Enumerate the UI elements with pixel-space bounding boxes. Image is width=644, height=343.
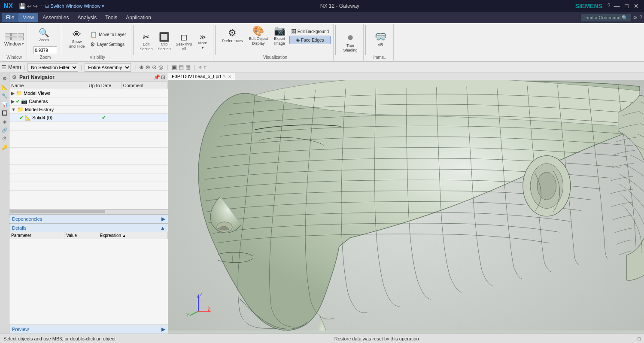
misc-icon-2[interactable]: ⌗ bbox=[204, 64, 207, 71]
part-nav-pin-icon[interactable]: 📌 bbox=[154, 74, 160, 80]
zoom-button[interactable]: 🔍 Zoom bbox=[33, 27, 54, 44]
more-button[interactable]: ≫ More ▾ bbox=[195, 33, 210, 52]
view-icon-3[interactable]: ⊙ bbox=[152, 64, 157, 70]
left-icon-3[interactable]: 📊 bbox=[1, 100, 9, 108]
tree-row-solid4[interactable]: ✔ 📐 Solid4 (0) ✔ bbox=[9, 114, 168, 122]
dependencies-expand-icon[interactable]: ▶ bbox=[161, 216, 165, 222]
move-to-layer-button[interactable]: 📋 Move to Layer bbox=[88, 30, 128, 39]
menu-file[interactable]: File bbox=[2, 13, 18, 22]
layer-settings-button[interactable]: ⚙ Layer Settings bbox=[88, 40, 128, 49]
zoom-value-input[interactable] bbox=[33, 46, 57, 54]
window-dropdown-btn[interactable]: Window ▾ bbox=[4, 41, 24, 46]
edit-section-button[interactable]: ✂ EditSection bbox=[138, 31, 155, 53]
save-icon[interactable]: 💾 bbox=[19, 3, 26, 9]
redo-icon[interactable]: ↪ bbox=[33, 3, 38, 9]
details-sort-icon[interactable]: ▲ bbox=[122, 234, 126, 238]
solid4-uptodate-check: ✔ bbox=[102, 115, 106, 121]
find-command-input[interactable]: Find a Command 🔍 bbox=[581, 14, 631, 21]
layout-icon-4[interactable] bbox=[5, 37, 11, 40]
expand-model-history[interactable]: ▼ bbox=[11, 107, 16, 112]
left-icon-6[interactable]: 🔗 bbox=[1, 126, 9, 134]
preview-expand-icon[interactable]: ▶ bbox=[161, 326, 165, 332]
switch-window-btn[interactable]: ⊞ Switch Window bbox=[45, 3, 82, 9]
status-icon[interactable]: □ bbox=[638, 336, 641, 341]
details-label: Details bbox=[12, 225, 27, 231]
ribbon-sep-3 bbox=[133, 25, 134, 55]
layout-icon-2[interactable] bbox=[11, 33, 17, 36]
viewport-tab-file[interactable]: F3P1D0V1head_x_t.prt ✎ ✕ bbox=[168, 73, 235, 80]
true-shading-button[interactable]: ● TrueShading bbox=[340, 30, 361, 54]
help-icon[interactable]: ? bbox=[608, 3, 611, 9]
tree-row-model-history[interactable]: ▼ 📁 Model History bbox=[9, 106, 168, 114]
toolbar-menu-label[interactable]: Menu bbox=[8, 64, 21, 70]
solid4-check: ✔ bbox=[19, 115, 23, 121]
settings-panel-icon[interactable]: ⚙ bbox=[12, 74, 17, 80]
view-icon-2[interactable]: ⊗ bbox=[146, 64, 150, 70]
menu-analysis[interactable]: Analysis bbox=[73, 13, 101, 22]
ribbon-sep-1 bbox=[29, 25, 29, 55]
layout-icon-1[interactable] bbox=[5, 33, 11, 36]
toolbar-menu-icon[interactable]: ☰ bbox=[2, 64, 6, 70]
edit-background-button[interactable]: 🖼 Edit Background bbox=[289, 27, 331, 35]
expand-model-views[interactable]: ▶ bbox=[11, 91, 15, 96]
vr-button[interactable]: 🥽 VR bbox=[370, 31, 391, 49]
menu-application[interactable]: Application bbox=[122, 13, 155, 22]
left-icon-2[interactable]: 🔧 bbox=[1, 92, 9, 100]
preview-header[interactable]: Preview ▶ bbox=[9, 325, 168, 334]
scope-select[interactable]: Entire Assembly bbox=[85, 63, 131, 72]
viewport-tab-close[interactable]: ✕ bbox=[228, 74, 231, 79]
settings-icon[interactable]: ⚙ bbox=[633, 15, 638, 21]
render-icon-2[interactable]: ▤ bbox=[179, 64, 184, 70]
section-group-label bbox=[138, 59, 211, 60]
expand-cameras[interactable]: ▶ bbox=[11, 99, 15, 104]
details-collapse-icon[interactable]: ▲ bbox=[160, 225, 165, 231]
preferences-label: Preferences bbox=[222, 39, 243, 43]
toolbar-sep-2: | bbox=[81, 64, 82, 70]
layout-icon-5[interactable] bbox=[11, 37, 17, 40]
clip-section-button[interactable]: 🔲 ClipSection bbox=[156, 31, 173, 53]
minimize-btn[interactable]: — bbox=[612, 3, 622, 9]
menu-assemblies[interactable]: Assemblies bbox=[38, 13, 73, 22]
true-shading-icon: ● bbox=[347, 31, 354, 42]
preferences-button[interactable]: ⚙ Preferences bbox=[220, 27, 245, 45]
left-icon-4[interactable]: 🔲 bbox=[1, 109, 9, 117]
close-btn[interactable]: ✕ bbox=[632, 3, 641, 9]
face-edges-button[interactable]: ◈ Face Edges bbox=[289, 36, 331, 44]
layer-settings-label: Layer Settings bbox=[97, 42, 125, 47]
menu-view[interactable]: View bbox=[18, 13, 38, 22]
show-hide-button[interactable]: 👁 Showand Hide bbox=[67, 29, 87, 50]
see-thru-all-button[interactable]: ◻ See-ThruAll bbox=[174, 31, 194, 53]
edit-section-label: EditSection bbox=[140, 42, 153, 52]
layout-icon-6[interactable] bbox=[18, 37, 24, 40]
left-icon-5[interactable]: ◈ bbox=[1, 118, 9, 125]
edit-bg-icon: 🖼 bbox=[291, 28, 296, 34]
view-icon-1[interactable]: ⊕ bbox=[139, 64, 144, 70]
selection-filter-select[interactable]: No Selection Filter bbox=[27, 63, 78, 72]
scrollbar-thumb[interactable] bbox=[10, 210, 105, 213]
toolbar-sep-3: | bbox=[134, 64, 136, 70]
export-image-button[interactable]: 📷 ExportImage bbox=[272, 25, 288, 47]
help-menu-icon[interactable]: ? bbox=[639, 15, 642, 21]
window-btn-tb[interactable]: Window ▾ bbox=[84, 3, 104, 9]
left-icon-8[interactable]: 🔑 bbox=[1, 143, 9, 151]
render-icon-1[interactable]: ▣ bbox=[172, 64, 177, 70]
dependencies-header[interactable]: Dependencies ▶ bbox=[9, 215, 168, 223]
tree-row-model-views[interactable]: ▶ 📁 Model Views bbox=[9, 89, 168, 97]
part-nav-scrollbar[interactable] bbox=[9, 209, 168, 214]
window-group-label: Window bbox=[4, 54, 24, 60]
maximize-btn[interactable]: □ bbox=[623, 3, 630, 9]
misc-icon-1[interactable]: ⌖ bbox=[199, 64, 202, 71]
view-icon-4[interactable]: ◎ bbox=[158, 64, 163, 70]
part-nav-expand-icon[interactable]: ⊡ bbox=[161, 74, 165, 80]
render-icon-3[interactable]: ▦ bbox=[185, 64, 191, 70]
tree-row-cameras[interactable]: ▶ ✔ 📷 Cameras bbox=[9, 97, 168, 106]
viewport-canvas[interactable]: Z X Y bbox=[168, 80, 644, 331]
left-icon-settings[interactable]: ⚙ bbox=[1, 75, 9, 82]
details-header[interactable]: Details ▲ bbox=[9, 224, 168, 232]
layout-icon-3[interactable] bbox=[18, 33, 24, 36]
left-icon-7[interactable]: ⏱ bbox=[1, 135, 9, 143]
menu-tools[interactable]: Tools bbox=[101, 13, 122, 22]
undo-icon[interactable]: ↩ bbox=[27, 3, 32, 9]
edit-object-display-button[interactable]: 🎨 Edit ObjectDisplay bbox=[247, 25, 270, 47]
left-icon-1[interactable]: 📐 bbox=[1, 83, 9, 91]
